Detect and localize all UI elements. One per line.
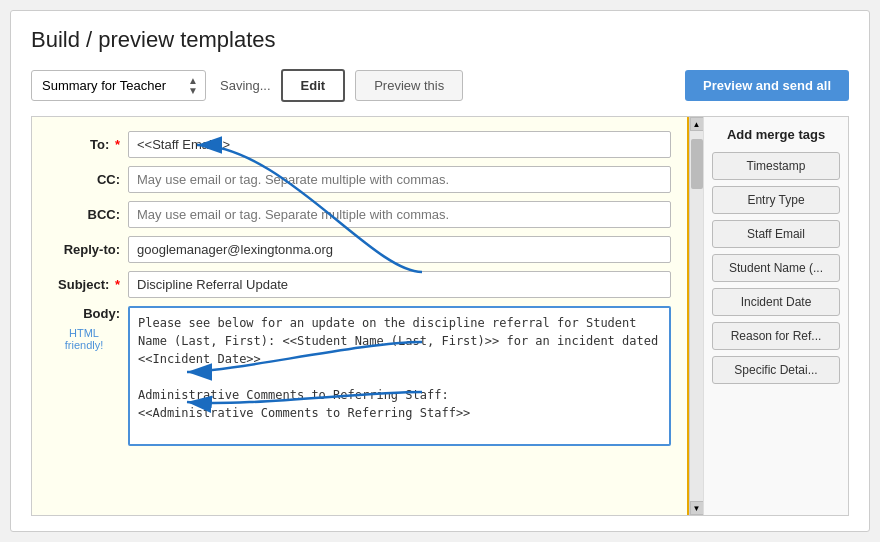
subject-label: Subject: *	[48, 277, 120, 292]
scroll-up-btn[interactable]: ▲	[690, 117, 704, 131]
preview-button[interactable]: Preview this	[355, 70, 463, 101]
merge-tag-specific-detail[interactable]: Specific Detai...	[712, 356, 840, 384]
merge-tag-staff-email[interactable]: Staff Email	[712, 220, 840, 248]
body-row: Body: HTMLfriendly! Please see below for…	[48, 306, 671, 446]
cc-row: CC:	[48, 166, 671, 193]
subject-row: Subject: *	[48, 271, 671, 298]
page-wrapper: Build / preview templates Summary for Te…	[10, 10, 870, 532]
email-form: To: * CC: BCC: Reply-to:	[32, 117, 689, 515]
bcc-input[interactable]	[128, 201, 671, 228]
scroll-track	[691, 131, 703, 501]
template-select-wrapper: Summary for Teacher ▲▼	[31, 70, 206, 101]
merge-tags-sidebar: Add merge tags Timestamp Entry Type Staf…	[703, 117, 848, 515]
merge-tag-reason[interactable]: Reason for Ref...	[712, 322, 840, 350]
sidebar-title: Add merge tags	[712, 127, 840, 142]
saving-text: Saving...	[220, 78, 271, 93]
main-area: To: * CC: BCC: Reply-to:	[31, 116, 849, 516]
template-select[interactable]: Summary for Teacher	[31, 70, 206, 101]
merge-tag-entry-type[interactable]: Entry Type	[712, 186, 840, 214]
scroll-thumb	[691, 139, 703, 189]
main-scrollbar[interactable]: ▲ ▼	[689, 117, 703, 515]
cc-label: CC:	[48, 172, 120, 187]
to-row: To: *	[48, 131, 671, 158]
subject-input[interactable]	[128, 271, 671, 298]
preview-send-button[interactable]: Preview and send all	[685, 70, 849, 101]
body-textarea[interactable]: Please see below for an update on the di…	[128, 306, 671, 446]
page-title: Build / preview templates	[31, 27, 849, 53]
bcc-label: BCC:	[48, 207, 120, 222]
scroll-down-btn[interactable]: ▼	[690, 501, 704, 515]
replyto-row: Reply-to:	[48, 236, 671, 263]
body-label: Body:	[48, 306, 120, 321]
to-label: To: *	[48, 137, 120, 152]
cc-input[interactable]	[128, 166, 671, 193]
replyto-label: Reply-to:	[48, 242, 120, 257]
subject-required: *	[111, 277, 120, 292]
merge-tag-incident-date[interactable]: Incident Date	[712, 288, 840, 316]
edit-button[interactable]: Edit	[281, 69, 346, 102]
to-required: *	[111, 137, 120, 152]
merge-tag-student-name[interactable]: Student Name (...	[712, 254, 840, 282]
bcc-row: BCC:	[48, 201, 671, 228]
merge-tag-timestamp[interactable]: Timestamp	[712, 152, 840, 180]
toolbar: Summary for Teacher ▲▼ Saving... Edit Pr…	[31, 69, 849, 102]
replyto-input[interactable]	[128, 236, 671, 263]
html-friendly-label: HTMLfriendly!	[48, 327, 120, 351]
to-input[interactable]	[128, 131, 671, 158]
